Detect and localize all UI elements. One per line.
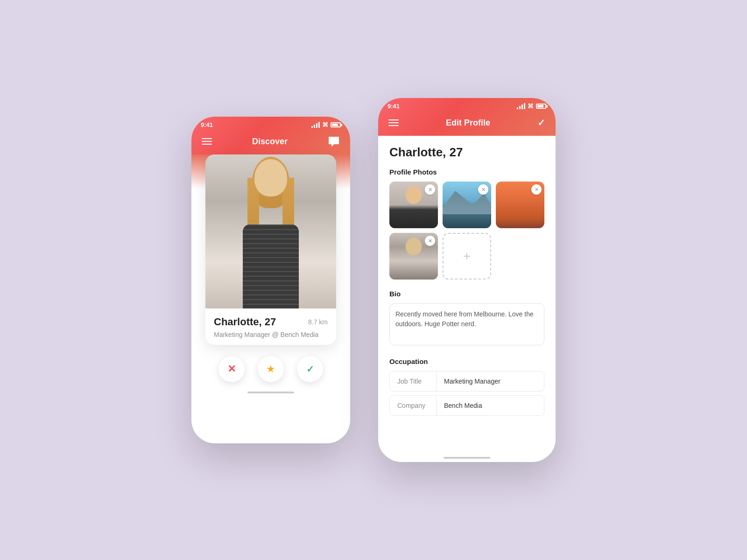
time-left: 9:41 bbox=[201, 121, 213, 128]
status-bar-right: 9:41 ⌘ bbox=[378, 98, 556, 112]
occupation-section: Occupation Job Title Company bbox=[389, 357, 544, 416]
battery-icon bbox=[331, 122, 341, 127]
remove-photo-1-button[interactable]: ✕ bbox=[425, 184, 435, 195]
battery-icon-right bbox=[536, 104, 546, 109]
like-button[interactable]: ✓ bbox=[297, 356, 323, 382]
job-title-label: Job Title bbox=[390, 371, 437, 391]
save-check-icon[interactable]: ✓ bbox=[537, 117, 545, 128]
wifi-icon-right: ⌘ bbox=[528, 103, 534, 110]
wifi-icon: ⌘ bbox=[322, 121, 328, 128]
profile-distance: 8.7 km bbox=[308, 318, 328, 326]
nav-bar-right: Edit Profile ✓ bbox=[378, 112, 556, 136]
company-input[interactable] bbox=[437, 396, 544, 415]
profile-job: Marketing Manager @ Bench Media bbox=[214, 331, 328, 338]
status-icons-right: ⌘ bbox=[517, 103, 546, 110]
company-label: Company bbox=[390, 396, 437, 415]
home-indicator bbox=[191, 392, 350, 398]
company-row: Company bbox=[389, 395, 544, 416]
photos-grid: ✕ ✕ ✕ ✕ + bbox=[389, 182, 544, 280]
chat-icon[interactable] bbox=[328, 136, 340, 147]
signal-icon-right bbox=[517, 103, 525, 109]
status-icons-left: ⌘ bbox=[311, 121, 341, 128]
home-indicator-right bbox=[378, 453, 556, 462]
signal-icon bbox=[311, 122, 320, 128]
profile-card: Charlotte, 27 8.7 km Marketing Manager @… bbox=[205, 154, 336, 345]
status-bar-left: 9:41 ⌘ bbox=[191, 117, 350, 131]
profile-photo bbox=[205, 154, 336, 308]
edit-profile-name: Charlotte, 27 bbox=[389, 145, 544, 160]
action-buttons: ✕ ★ ✓ bbox=[191, 345, 350, 392]
time-right: 9:41 bbox=[388, 103, 400, 110]
photo-thumb-3: ✕ bbox=[496, 182, 544, 228]
nav-title-right: Edit Profile bbox=[446, 118, 490, 128]
profile-name: Charlotte, 27 bbox=[214, 316, 276, 328]
dislike-button[interactable]: ✕ bbox=[218, 356, 245, 382]
super-like-button[interactable]: ★ bbox=[258, 356, 284, 382]
bio-textarea[interactable] bbox=[389, 303, 544, 345]
photo-thumb-1: ✕ bbox=[389, 182, 438, 228]
photos-section-label: Profile Photos bbox=[389, 168, 544, 176]
menu-icon-right[interactable] bbox=[388, 119, 399, 126]
add-photo-button[interactable]: + bbox=[443, 233, 491, 280]
menu-icon[interactable] bbox=[202, 138, 212, 145]
profile-name-row: Charlotte, 27 8.7 km bbox=[214, 316, 328, 328]
photo-thumb-4: ✕ bbox=[389, 233, 438, 280]
nav-title-left: Discover bbox=[252, 137, 288, 147]
bio-section-label: Bio bbox=[389, 290, 544, 298]
nav-bar-left: Discover bbox=[191, 131, 350, 154]
profile-info: Charlotte, 27 8.7 km Marketing Manager @… bbox=[205, 308, 336, 345]
add-photo-icon: + bbox=[463, 249, 471, 264]
phone-discover: 9:41 ⌘ Discover bbox=[191, 117, 350, 443]
remove-photo-2-button[interactable]: ✕ bbox=[478, 184, 488, 195]
photo-thumb-2: ✕ bbox=[443, 182, 491, 228]
remove-photo-3-button[interactable]: ✕ bbox=[531, 184, 542, 195]
job-title-row: Job Title bbox=[389, 371, 544, 392]
phone-edit-profile: 9:41 ⌘ Edit Profile ✓ Charlotte, 27 bbox=[378, 98, 556, 462]
occupation-section-label: Occupation bbox=[389, 357, 544, 365]
edit-profile-content: Charlotte, 27 Profile Photos ✕ ✕ ✕ ✕ bbox=[378, 136, 556, 453]
remove-photo-4-button[interactable]: ✕ bbox=[425, 236, 435, 246]
job-title-input[interactable] bbox=[437, 371, 544, 391]
